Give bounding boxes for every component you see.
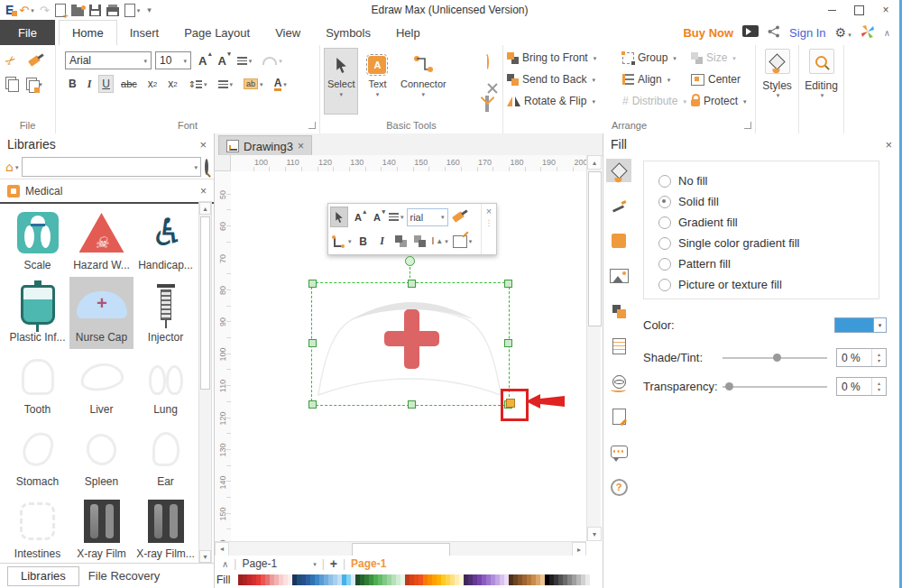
- scroll-up-button[interactable]: ▴: [587, 155, 602, 170]
- undo-button[interactable]: ↶▾: [19, 2, 33, 18]
- float-align-button[interactable]: ▾: [387, 207, 406, 227]
- fill-option[interactable]: Solid fill: [658, 191, 879, 212]
- add-page-button[interactable]: +: [330, 556, 337, 571]
- bold-button[interactable]: B: [65, 75, 80, 93]
- library-item[interactable]: X-ray Film: [69, 493, 133, 564]
- control-point-handle[interactable]: [506, 399, 515, 408]
- help-tab[interactable]: ?: [606, 475, 631, 499]
- distribute-button[interactable]: #Distribute▾: [622, 95, 691, 107]
- fill-option[interactable]: No fill: [658, 170, 879, 191]
- line-style-tab[interactable]: [606, 194, 631, 217]
- close-button[interactable]: ×: [872, 0, 899, 20]
- resize-handle-e[interactable]: [504, 339, 512, 347]
- text-tool-button[interactable]: A Text ▾: [360, 48, 394, 115]
- slider-knob[interactable]: [725, 382, 733, 390]
- float-font-select[interactable]: rial▾: [407, 208, 448, 226]
- scroll-down-button[interactable]: ▾: [199, 550, 211, 563]
- drag-handle-icon[interactable]: ⋮: [485, 221, 493, 225]
- float-bring-front-button[interactable]: [392, 231, 410, 252]
- collapse-ribbon-button[interactable]: ∧: [884, 28, 890, 38]
- library-item[interactable]: Tooth: [5, 349, 69, 421]
- page-selector[interactable]: Page-1▾: [242, 557, 316, 570]
- library-item[interactable]: Injector: [133, 277, 198, 349]
- ribbon-tab[interactable]: Help: [383, 20, 433, 45]
- float-connector-button[interactable]: ▾: [330, 231, 354, 252]
- bullets-button[interactable]: ▾: [215, 75, 237, 93]
- fill-option[interactable]: Gradient fill: [658, 212, 879, 233]
- hyperlink-tab[interactable]: [606, 370, 631, 393]
- resize-handle-s[interactable]: [408, 400, 416, 409]
- new-document-button[interactable]: [55, 2, 66, 18]
- align-button[interactable]: Align▾: [622, 73, 691, 86]
- document-tab[interactable]: Drawing3 ×: [218, 135, 312, 156]
- export-button[interactable]: ▾: [124, 2, 141, 18]
- underline-button[interactable]: U: [98, 75, 114, 93]
- palette-swatch[interactable]: [585, 574, 590, 585]
- scrollbar-thumb[interactable]: [200, 216, 210, 390]
- libraries-bottom-tab[interactable]: Libraries: [7, 566, 79, 586]
- library-home-button[interactable]: ⌂▾: [5, 160, 18, 174]
- line-spacing-button[interactable]: ⇕▾: [185, 75, 211, 93]
- float-close-button[interactable]: ×: [486, 206, 492, 216]
- canvas[interactable]: A▴ A▾ ▾ rial▾ ▾ B I I▲▾: [231, 171, 586, 541]
- file-recovery-label[interactable]: File Recovery: [88, 569, 160, 583]
- styles-button[interactable]: Styles ▾: [756, 45, 798, 112]
- note-tab[interactable]: [606, 405, 631, 428]
- float-select-button[interactable]: [330, 207, 348, 227]
- paste-button[interactable]: ▾: [26, 78, 42, 90]
- float-text-spacing-button[interactable]: I▲▾: [430, 231, 450, 252]
- customize-toolbar-button[interactable]: ▾: [145, 2, 152, 18]
- scroll-right-button[interactable]: ▸: [572, 542, 586, 556]
- ribbon-tab[interactable]: View: [262, 20, 313, 45]
- text-arc-button[interactable]: ▾: [259, 51, 286, 69]
- collapse-pages-icon[interactable]: ∧: [222, 559, 228, 569]
- text-align-button[interactable]: ▾: [234, 51, 256, 69]
- resize-handle-sw[interactable]: [308, 400, 317, 409]
- format-painter-button[interactable]: [29, 54, 40, 67]
- float-increase-font-button[interactable]: A▴: [349, 207, 367, 227]
- shadow-tab[interactable]: [606, 299, 631, 323]
- spin-down-icon[interactable]: ▾: [878, 387, 880, 393]
- rotation-handle[interactable]: [405, 256, 415, 266]
- font-color-button[interactable]: A▾: [271, 75, 290, 93]
- scroll-left-button[interactable]: ◂: [215, 542, 229, 556]
- transparency-slider[interactable]: [723, 386, 827, 388]
- italic-button[interactable]: I: [84, 75, 96, 93]
- group-button[interactable]: Group▾: [622, 51, 691, 64]
- color-dropdown-button[interactable]: ▾: [874, 317, 887, 333]
- size-button[interactable]: Size▾: [691, 51, 756, 64]
- strikethrough-button[interactable]: abc: [117, 75, 141, 93]
- rotate-flip-button[interactable]: Rotate & Flip▾: [507, 95, 622, 107]
- close-document-icon[interactable]: ×: [298, 140, 304, 152]
- save-button[interactable]: [89, 2, 101, 18]
- font-dialog-launcher-icon[interactable]: [308, 122, 316, 129]
- scrollbar-thumb[interactable]: [588, 171, 602, 326]
- ribbon-tab[interactable]: File: [0, 20, 55, 45]
- comment-tab[interactable]: [606, 440, 631, 464]
- close-fill-panel-button[interactable]: ×: [885, 138, 892, 152]
- float-format-painter-button[interactable]: [449, 207, 467, 227]
- minimize-button[interactable]: [818, 0, 845, 20]
- buy-now-button[interactable]: Buy Now: [683, 26, 733, 40]
- send-to-back-button[interactable]: Send to Back▾: [507, 73, 622, 86]
- active-page-tab[interactable]: Page-1: [351, 557, 386, 570]
- editing-button[interactable]: Editing ▾: [799, 45, 843, 112]
- close-libraries-button[interactable]: ×: [199, 138, 207, 152]
- app-logo-button[interactable]: E: [5, 2, 14, 18]
- search-button[interactable]: [205, 161, 208, 173]
- print-button[interactable]: [106, 2, 119, 18]
- scrollbar-thumb[interactable]: [352, 543, 450, 556]
- font-size-select[interactable]: 10▾: [155, 51, 191, 69]
- redo-button[interactable]: ↷: [40, 2, 50, 18]
- resize-handle-nw[interactable]: [308, 280, 317, 288]
- resize-handle-n[interactable]: [408, 280, 416, 288]
- fill-option[interactable]: Picture or texture fill: [658, 274, 879, 295]
- scroll-up-button[interactable]: ▴: [199, 202, 211, 215]
- fill-tool-tab[interactable]: [606, 159, 631, 182]
- quick-color-tab[interactable]: [606, 229, 631, 253]
- library-item[interactable]: Spleen: [69, 421, 133, 493]
- open-button[interactable]: [71, 2, 84, 18]
- float-style-button[interactable]: ▾: [451, 231, 474, 252]
- resize-handle-w[interactable]: [308, 339, 317, 347]
- library-item[interactable]: Scale: [5, 205, 69, 277]
